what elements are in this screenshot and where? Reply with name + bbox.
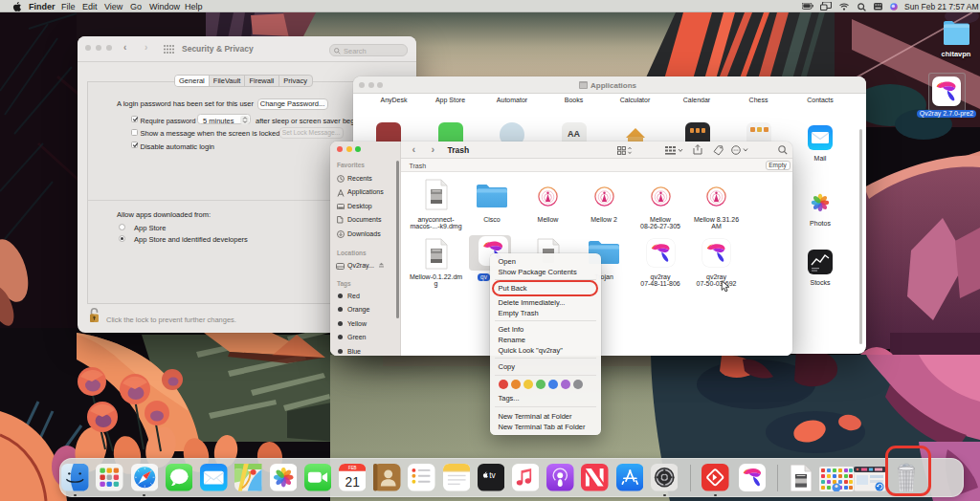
svg-text:tv: tv [489, 470, 496, 480]
svg-text:21: 21 [345, 475, 359, 490]
svg-text:FEB: FEB [348, 466, 357, 470]
